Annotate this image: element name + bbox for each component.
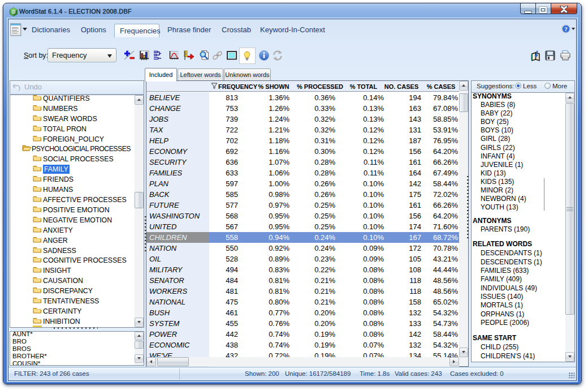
svg-text:?: ? (564, 25, 568, 32)
